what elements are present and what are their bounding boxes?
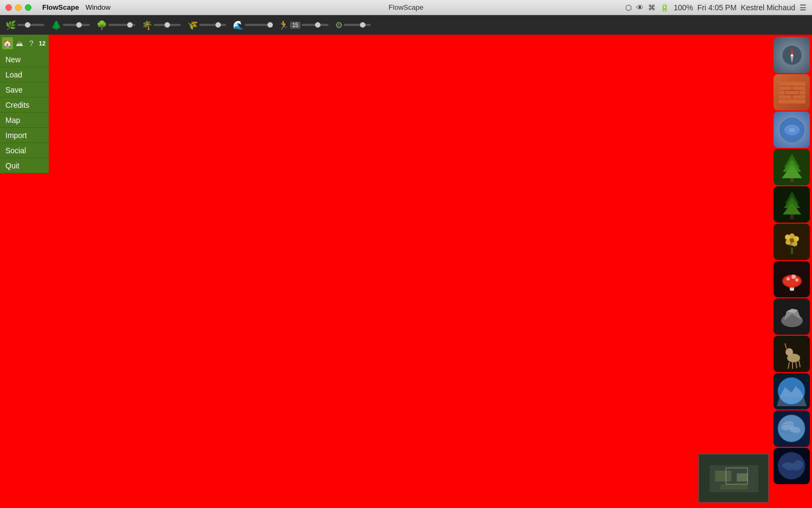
svg-point-34 — [795, 278, 798, 282]
svg-line-40 — [785, 343, 787, 349]
slider-1[interactable] — [17, 24, 44, 26]
toolbar-group-4: 🌴 — [139, 20, 184, 30]
maximize-button[interactable] — [25, 4, 31, 11]
minimize-button[interactable] — [15, 4, 22, 11]
toolbar-group-5: 🌾 — [184, 20, 230, 30]
slider-8[interactable] — [344, 24, 371, 26]
toolbar-group-3: 🌳 — [93, 20, 139, 30]
globe-earth-item[interactable] — [774, 448, 810, 484]
minimap[interactable] — [698, 454, 769, 503]
slider-5[interactable] — [199, 24, 226, 26]
compass-widget[interactable] — [774, 37, 810, 73]
svg-marker-20 — [783, 202, 801, 214]
slider-6[interactable] — [245, 24, 272, 26]
menu-item-social[interactable]: Social — [0, 143, 49, 158]
menu-item-quit[interactable]: Quit — [0, 158, 49, 173]
svg-rect-65 — [721, 484, 748, 490]
svg-point-33 — [791, 275, 796, 279]
toolbar: 🌿 🌲 🌳 🌴 — [0, 15, 812, 35]
titlebar-traffic — [5, 4, 31, 11]
toolbar-group-8: ⚙ — [332, 20, 374, 30]
dark-tree-item[interactable] — [774, 186, 810, 223]
svg-line-44 — [791, 340, 793, 343]
menu-item-map[interactable]: Map — [0, 113, 49, 128]
svg-rect-21 — [791, 248, 793, 254]
tool-count: 12 — [38, 40, 47, 47]
svg-line-48 — [796, 362, 797, 368]
figure-icon: 🏃 — [278, 20, 289, 30]
toolbar-group-2: 🌲 — [48, 20, 93, 30]
tree-icon-4: 🌾 — [187, 20, 198, 30]
svg-point-27 — [785, 235, 790, 240]
window-menu[interactable]: Window — [86, 3, 110, 11]
menu-item-import[interactable]: Import — [0, 128, 49, 143]
battery-icon: 🔋 — [660, 3, 669, 12]
svg-rect-4 — [778, 82, 806, 103]
green-tree-item[interactable] — [774, 149, 810, 185]
titlebar: FlowScape Window FlowScape ⬡ 👁 ⌘ 🔋 100% … — [0, 0, 812, 15]
titlebar-right: ⬡ 👁 ⌘ 🔋 100% Fri 4:05 PM Kestrel Michaud… — [625, 3, 807, 12]
titlebar-left-menu: FlowScape Window — [42, 3, 110, 11]
ground-texture-item[interactable] — [774, 74, 810, 110]
dropbox-icon: ⬡ — [625, 3, 632, 12]
toolbar-group-1: 🌿 — [2, 20, 48, 30]
toolbar-section-brushes: 🌿 🌲 🌳 🌴 — [2, 15, 374, 35]
toolbar-group-7: 🏃 15 — [275, 20, 332, 30]
svg-line-49 — [799, 361, 800, 367]
main-area: 🌿 🌲 🌳 🌴 — [0, 15, 812, 508]
plant-icon-1: 🌿 — [5, 20, 16, 30]
svg-line-45 — [793, 340, 795, 343]
user-name: Kestrel Michaud — [741, 3, 795, 12]
mushroom-item[interactable] — [774, 261, 810, 297]
tool-home[interactable]: 🏠 — [2, 37, 13, 49]
slider-2[interactable] — [63, 24, 90, 26]
minimap-view — [699, 454, 768, 502]
svg-line-42 — [785, 341, 787, 343]
globe-blue-item[interactable] — [774, 373, 810, 409]
menu-icon: ☰ — [800, 3, 807, 12]
cmd-icon: ⌘ — [648, 3, 656, 12]
slider-3[interactable] — [108, 24, 135, 26]
tool-question[interactable]: ? — [26, 37, 37, 49]
settings-icon: ⚙ — [335, 20, 343, 30]
svg-point-24 — [794, 236, 799, 242]
svg-point-32 — [787, 277, 790, 281]
menu-item-credits[interactable]: Credits — [0, 97, 49, 113]
toolbar-group-6: 🌊 — [230, 20, 275, 30]
menu-item-save[interactable]: Save — [0, 82, 49, 97]
svg-rect-63 — [715, 471, 731, 481]
flower-item[interactable] — [774, 224, 810, 260]
menu-item-new[interactable]: New — [0, 52, 49, 67]
slider-4[interactable] — [154, 24, 181, 26]
screentime-icon: 👁 — [636, 3, 644, 12]
left-menu: 🏠 ⛰ ? 12 New Load Save Credits Map Impor… — [0, 35, 49, 173]
heightmap-item[interactable] — [774, 112, 810, 148]
rock-item[interactable] — [774, 298, 810, 335]
app-name: FlowScape — [42, 3, 79, 11]
clock: Fri 4:05 PM — [697, 3, 736, 12]
water-icon: 🌊 — [233, 20, 244, 30]
slider-7[interactable] — [302, 24, 329, 26]
tree-icon-3: 🌴 — [142, 20, 153, 30]
menu-item-load[interactable]: Load — [0, 67, 49, 82]
window-title: FlowScape — [389, 3, 423, 11]
tool-terrain[interactable]: ⛰ — [14, 37, 25, 49]
figure-badge: 15 — [290, 22, 300, 29]
deer-item[interactable] — [774, 336, 810, 372]
svg-line-41 — [783, 341, 785, 343]
svg-point-28 — [790, 238, 794, 243]
svg-point-12 — [789, 128, 795, 132]
close-button[interactable] — [5, 4, 12, 11]
svg-point-3 — [791, 54, 793, 56]
tree-icon-2: 🌳 — [96, 20, 107, 30]
viewport[interactable] — [0, 35, 812, 508]
tree-icon-1: 🌲 — [51, 20, 62, 30]
titlebar-title: FlowScape — [389, 3, 423, 11]
globe-light-item[interactable] — [774, 411, 810, 447]
battery-percent: 100% — [673, 3, 693, 12]
svg-line-43 — [791, 343, 793, 348]
svg-point-39 — [785, 348, 793, 356]
svg-rect-64 — [737, 473, 748, 481]
tool-icons-row: 🏠 ⛰ ? 12 — [0, 35, 49, 52]
right-panel — [771, 35, 812, 486]
